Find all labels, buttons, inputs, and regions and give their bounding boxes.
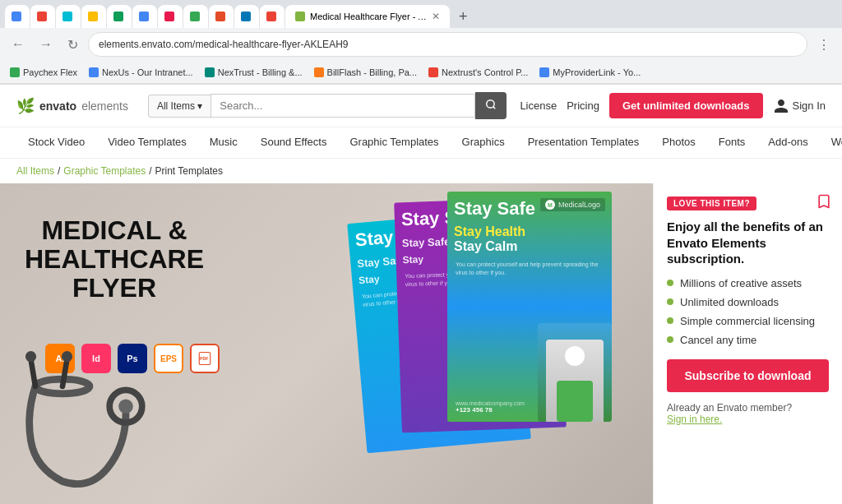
- nav-photos[interactable]: Photos: [650, 127, 706, 158]
- nav-presentation-templates[interactable]: Presentation Templates: [516, 127, 651, 158]
- browser-tabs: Medical Healthcare Flyer - AKLEAH9 ✕ +: [0, 0, 842, 28]
- bookmark-label-nextrust2: Nextrust's Control P...: [442, 67, 528, 77]
- save-bookmark-button[interactable]: [816, 193, 832, 212]
- breadcrumb-all-items[interactable]: All Items: [16, 165, 54, 177]
- search-button[interactable]: [475, 92, 507, 119]
- bookmark-myprovider[interactable]: MyProviderLink - Yo...: [536, 66, 644, 79]
- benefit-item-4: Cancel any time: [667, 334, 829, 346]
- svg-point-8: [25, 351, 36, 362]
- already-member-text: Already an Envato member? Sign in here.: [667, 402, 829, 425]
- nav-music[interactable]: Music: [198, 127, 249, 158]
- nav-graphics[interactable]: Graphics: [451, 127, 516, 158]
- product-title-line2: HEALTHCARE: [25, 245, 204, 274]
- nav-graphic-templates[interactable]: Graphic Templates: [338, 127, 450, 158]
- benefit-label-1: Millions of creative assets: [680, 277, 802, 289]
- tab-a[interactable]: [209, 5, 234, 28]
- logo-leaf-icon: 🌿: [16, 97, 35, 115]
- new-tab-button[interactable]: +: [454, 8, 473, 25]
- tab-c1[interactable]: [30, 5, 55, 28]
- product-area: MEDICAL & HEALTHCARE FLYER Ai Id Ps EPS …: [0, 183, 653, 504]
- address-bar[interactable]: elements.envato.com/medical-healthcare-f…: [88, 32, 807, 57]
- icon-pdf: PDF: [190, 344, 220, 373]
- benefit-dot-2: [667, 298, 673, 305]
- bookmark-label-paychex: Paychex Flex: [23, 67, 77, 77]
- bookmark-paychex[interactable]: Paychex Flex: [7, 66, 81, 79]
- account-icon: [773, 98, 789, 114]
- nav-sound-effects[interactable]: Sound Effects: [249, 127, 339, 158]
- subscribe-button[interactable]: Subscribe to download: [667, 359, 829, 392]
- search-icon: [485, 99, 497, 110]
- logo-elements-text: elements: [81, 99, 128, 113]
- benefit-dot-4: [667, 336, 673, 343]
- flyer-card-3: Stay Safe M MedicalLogo Stay Health Stay…: [447, 192, 612, 422]
- tab-h3[interactable]: [158, 5, 183, 28]
- product-title-line1: MEDICAL &: [25, 216, 204, 245]
- nav-web-templates[interactable]: Web Templates: [820, 127, 842, 158]
- reload-button[interactable]: ↻: [62, 34, 83, 56]
- sign-in-here-link[interactable]: Sign in here.: [667, 414, 722, 425]
- nav-add-ons[interactable]: Add-ons: [756, 127, 819, 158]
- forward-button[interactable]: →: [35, 34, 58, 55]
- logo[interactable]: 🌿 envato elements: [16, 97, 128, 115]
- svg-text:PDF: PDF: [200, 356, 209, 361]
- nav-video-templates[interactable]: Video Templates: [96, 127, 198, 158]
- tab-c2[interactable]: [81, 5, 106, 28]
- bookmark-label-nexus: NexUs - Our Intranet...: [102, 67, 193, 77]
- stethoscope-image: [8, 340, 189, 504]
- tab-close-icon[interactable]: ✕: [432, 11, 440, 22]
- benefit-item-1: Millions of creative assets: [667, 277, 829, 289]
- tab-h2[interactable]: [56, 5, 81, 28]
- breadcrumb-graphic-templates[interactable]: Graphic Templates: [63, 165, 146, 177]
- address-text: elements.envato.com/medical-healthcare-f…: [99, 39, 797, 50]
- bookmark-nextrust2[interactable]: Nextrust's Control P...: [425, 66, 531, 79]
- benefit-dot-3: [667, 317, 673, 324]
- sign-in-label: Sign In: [793, 99, 826, 112]
- search-bar: All Items ▾: [148, 92, 507, 119]
- tab-in[interactable]: [234, 5, 259, 28]
- tab-l[interactable]: [107, 5, 132, 28]
- sidebar: LOVE THIS ITEM? Enjoy all the benefits o…: [653, 183, 842, 504]
- tab-active-medical[interactable]: Medical Healthcare Flyer - AKLEAH9 ✕: [285, 5, 450, 28]
- product-preview: MEDICAL & HEALTHCARE FLYER Ai Id Ps EPS …: [0, 183, 653, 504]
- bookmark-nextrust[interactable]: NexTrust - Billing &...: [201, 66, 306, 79]
- search-category-dropdown[interactable]: All Items ▾: [148, 95, 210, 118]
- search-category-label: All Items: [157, 100, 195, 112]
- bookmark-label-myprovider: MyProviderLink - Yo...: [553, 67, 641, 77]
- tab-h5[interactable]: [260, 5, 285, 28]
- bookmark-favicon-billflash: [314, 67, 324, 77]
- active-tab-label: Medical Healthcare Flyer - AKLEAH9: [310, 12, 427, 21]
- bookmark-label-billflash: BillFlash - Billing, Pa...: [327, 67, 417, 77]
- card3-body: You can protect yourself and help preven…: [447, 256, 612, 282]
- svg-point-6: [118, 399, 133, 414]
- account-button[interactable]: Sign In: [773, 98, 826, 114]
- bookmark-favicon-nextrust2: [428, 67, 438, 77]
- bookmark-label-nextrust: NexTrust - Billing &...: [218, 67, 303, 77]
- breadcrumb-sep1: /: [58, 165, 60, 177]
- bookmark-billflash[interactable]: BillFlash - Billing, Pa...: [311, 66, 420, 79]
- nav-fonts[interactable]: Fonts: [707, 127, 757, 158]
- back-button[interactable]: ←: [7, 34, 30, 55]
- already-member-label: Already an Envato member?: [667, 402, 792, 414]
- card3-stay-safe: Stay Safe: [454, 198, 535, 220]
- breadcrumb-sep2: /: [149, 165, 151, 177]
- nav-stock-video[interactable]: Stock Video: [16, 127, 96, 158]
- card3-stay-calm: Stay Calm: [454, 239, 605, 254]
- bookmark-nexus[interactable]: NexUs - Our Intranet...: [86, 66, 197, 79]
- benefit-label-4: Cancel any time: [680, 334, 756, 346]
- breadcrumb: All Items / Graphic Templates / Print Te…: [0, 159, 842, 183]
- benefit-item-2: Unlimited downloads: [667, 296, 829, 308]
- tab-k[interactable]: [132, 5, 157, 28]
- search-input[interactable]: [210, 94, 475, 118]
- tab-h4[interactable]: [183, 5, 208, 28]
- product-title-line3: FLYER: [25, 274, 204, 303]
- bookmark-favicon-nexus: [89, 67, 99, 77]
- bookmark-favicon-nextrust: [205, 67, 215, 77]
- get-unlimited-button[interactable]: Get unlimited downloads: [609, 93, 763, 118]
- flyer-cards: Stay Safe M MedicalLogo Stay Safe Stay Y…: [357, 192, 636, 496]
- license-link[interactable]: License: [520, 99, 557, 112]
- benefit-label-3: Simple commercial licensing: [680, 315, 815, 327]
- extensions-button[interactable]: ⋮: [812, 34, 835, 56]
- tab-h1[interactable]: [5, 5, 30, 28]
- pricing-link[interactable]: Pricing: [567, 99, 599, 112]
- bookmarks-bar: Paychex Flex NexUs - Our Intranet... Nex…: [0, 61, 842, 84]
